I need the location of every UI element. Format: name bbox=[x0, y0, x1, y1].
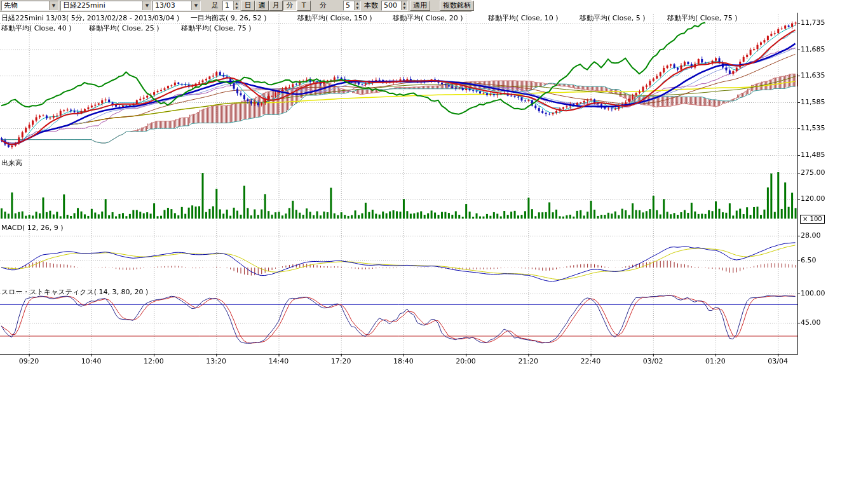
period-tick-button[interactable]: T bbox=[297, 1, 311, 11]
spinner-icon[interactable]: ▲▼ bbox=[401, 1, 407, 10]
contract-select-value: 13/03 bbox=[155, 1, 175, 10]
interval-value: 1 bbox=[225, 1, 229, 10]
spinner-icon[interactable]: ▲▼ bbox=[354, 1, 360, 10]
symbol-select[interactable]: 日経225mini ▼ bbox=[60, 1, 152, 11]
period-week-button[interactable]: 週 bbox=[255, 1, 269, 11]
chart-canvas[interactable] bbox=[0, 0, 868, 381]
period-minute-button[interactable]: 分 bbox=[283, 1, 297, 11]
minutes-input[interactable]: 5 ▲▼ bbox=[343, 1, 361, 11]
toolbar: 先物 ▼ 日経225mini ▼ 13/03 ▼ 足 1 ▲▼ 日 週 月 分 … bbox=[0, 0, 471, 12]
spinner-icon[interactable]: ▲▼ bbox=[233, 1, 240, 10]
market-select[interactable]: 先物 ▼ bbox=[1, 1, 58, 11]
interval-input[interactable]: 1 ▲▼ bbox=[222, 1, 240, 11]
multi-symbol-button[interactable]: 複数銘柄 bbox=[440, 1, 474, 11]
market-select-value: 先物 bbox=[4, 1, 18, 10]
minutes-value: 5 bbox=[346, 1, 350, 10]
unit-label: 分 bbox=[320, 1, 327, 10]
symbol-select-value: 日経225mini bbox=[63, 1, 105, 10]
apply-button[interactable]: 適用 bbox=[410, 1, 430, 11]
bar-count-value: 500 bbox=[384, 1, 397, 10]
bar-count-label: 本数 bbox=[364, 1, 378, 10]
chevron-down-icon[interactable]: ▼ bbox=[142, 1, 151, 10]
bar-type-label: 足 bbox=[212, 1, 219, 10]
period-month-button[interactable]: 月 bbox=[269, 1, 283, 11]
chevron-down-icon[interactable]: ▼ bbox=[191, 1, 200, 10]
period-day-button[interactable]: 日 bbox=[241, 1, 255, 11]
bar-count-input[interactable]: 500 ▲▼ bbox=[381, 1, 408, 11]
chart-application-window: 先物 ▼ 日経225mini ▼ 13/03 ▼ 足 1 ▲▼ 日 週 月 分 … bbox=[0, 0, 868, 488]
chevron-down-icon[interactable]: ▼ bbox=[49, 1, 58, 10]
contract-select[interactable]: 13/03 ▼ bbox=[153, 1, 201, 11]
